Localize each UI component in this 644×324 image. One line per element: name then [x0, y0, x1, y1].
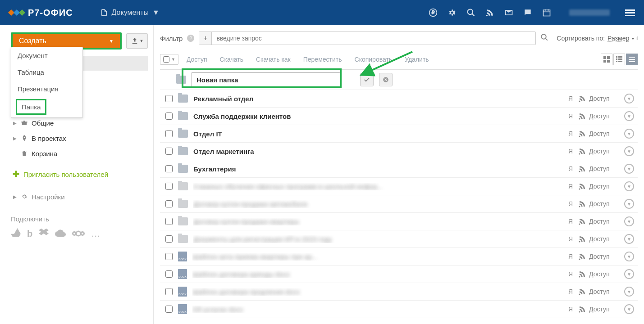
sort-direction-icon[interactable]: ▾ ıl	[632, 36, 638, 41]
row-menu-button[interactable]: ▼	[624, 146, 638, 156]
file-access-button[interactable]: Доступ	[578, 270, 619, 278]
file-name[interactable]: Шаблон акта приема квартиры при ар...	[192, 253, 549, 261]
file-name[interactable]: Рекламный отдел	[193, 95, 549, 103]
nav-documents-dropdown[interactable]: Документы ▼	[100, 9, 160, 17]
onedrive-icon[interactable]	[55, 229, 66, 239]
row-checkbox[interactable]	[165, 235, 173, 243]
gear-icon[interactable]	[448, 8, 457, 17]
row-checkbox[interactable]	[165, 288, 173, 295]
app-logo[interactable]: Р7-ОФИС	[9, 8, 73, 18]
filter-add-button[interactable]: +	[199, 32, 212, 45]
filter-input[interactable]	[212, 32, 535, 45]
view-compact-button[interactable]	[613, 54, 625, 65]
file-access-button[interactable]: Доступ	[578, 288, 619, 296]
file-name[interactable]: Шаблон договора аренды docx	[192, 270, 549, 278]
row-menu-button[interactable]: ▼	[624, 111, 638, 121]
hamburger-icon[interactable]	[625, 8, 635, 18]
row-menu-button[interactable]: ▼	[624, 164, 638, 174]
select-all-input[interactable]	[163, 56, 169, 63]
menu-item-document[interactable]: Документ	[11, 47, 82, 64]
row-menu-button[interactable]: ▼	[624, 129, 638, 139]
row-checkbox[interactable]	[165, 253, 173, 260]
cancel-button[interactable]	[379, 73, 393, 86]
row-checkbox[interactable]	[165, 183, 173, 190]
file-row[interactable]: DOCXШаблон акта приема квартиры при ар..…	[160, 248, 638, 266]
new-folder-input[interactable]	[192, 72, 340, 87]
row-checkbox[interactable]	[165, 270, 173, 278]
row-checkbox[interactable]	[165, 165, 173, 172]
view-list-button[interactable]	[626, 54, 638, 65]
file-name[interactable]: Об услугах docx	[192, 306, 549, 313]
confirm-button[interactable]	[360, 73, 374, 86]
view-tiles-button[interactable]	[601, 54, 612, 65]
file-row[interactable]: Договор купли-продажи квартирыЯДоступ▼	[160, 213, 638, 230]
toolbar-copy[interactable]: Скопировать	[350, 53, 397, 66]
box-icon[interactable]: b	[27, 229, 32, 239]
row-menu-button[interactable]: ▼	[624, 199, 638, 209]
row-checkbox[interactable]	[165, 148, 173, 155]
upload-button[interactable]: ▼	[126, 33, 148, 49]
toolbar-move[interactable]: Переместить	[299, 53, 347, 66]
file-row[interactable]: Договор купли-продажи автомобиляЯДоступ▼	[160, 195, 638, 213]
file-name[interactable]: Служба поддержки клиентов	[193, 112, 549, 120]
google-drive-icon[interactable]	[11, 228, 21, 239]
tree-in-projects[interactable]: ▶ В проектах	[11, 130, 148, 146]
file-row[interactable]: DOCXОб услугах docxЯДоступ▼	[160, 301, 638, 318]
file-access-button[interactable]: Доступ	[578, 94, 619, 103]
user-name-blurred[interactable]	[569, 9, 610, 16]
row-menu-button[interactable]: ▼	[624, 94, 638, 104]
file-name[interactable]: 3 важных обучения офисных программ в шко…	[193, 183, 549, 190]
row-menu-button[interactable]: ▼	[624, 269, 638, 279]
row-checkbox[interactable]	[165, 112, 173, 120]
mail-icon[interactable]	[504, 8, 513, 17]
search-button[interactable]	[540, 33, 548, 44]
menu-item-presentation[interactable]: Презентация	[11, 81, 82, 97]
file-name[interactable]: Отдел IT	[193, 130, 549, 138]
file-access-button[interactable]: Доступ	[578, 112, 619, 120]
row-menu-button[interactable]: ▼	[624, 181, 638, 191]
file-row[interactable]: Рекламный отделЯДоступ▼	[160, 90, 638, 108]
nextcloud-icon[interactable]	[72, 229, 85, 239]
file-name[interactable]: Отдел маркетинга	[193, 148, 549, 155]
file-row[interactable]: БухгалтерияЯДоступ▼	[160, 160, 638, 178]
calendar-icon[interactable]	[542, 8, 551, 17]
row-menu-button[interactable]: ▼	[624, 234, 638, 244]
tree-trash[interactable]: Корзина	[11, 146, 148, 161]
filter-help-icon[interactable]: ?	[187, 35, 194, 42]
file-name[interactable]: Договор купли-продажи автомобиля	[193, 200, 549, 208]
toolbar-download-as[interactable]: Скачать как	[251, 53, 295, 66]
file-access-button[interactable]: Доступ	[578, 182, 619, 190]
file-access-button[interactable]: Доступ	[578, 252, 619, 261]
search-icon[interactable]	[466, 8, 475, 17]
file-row[interactable]: DOCXШаблон договора аренды docxЯДоступ▼	[160, 266, 638, 283]
row-checkbox[interactable]	[165, 306, 173, 313]
file-row[interactable]: Отдел маркетингаЯДоступ▼	[160, 143, 638, 160]
currency-icon[interactable]: ₽	[429, 8, 438, 17]
row-menu-button[interactable]: ▼	[624, 304, 638, 314]
file-name[interactable]: Шаблон договора продления docx	[192, 288, 549, 296]
sort-control[interactable]: Сортировать по: Размер ▾ ıl	[557, 35, 638, 42]
tree-invite-users[interactable]: ✚ Пригласить пользователей	[11, 166, 148, 183]
dropbox-icon[interactable]	[39, 228, 49, 239]
feed-icon[interactable]	[485, 8, 494, 17]
file-access-button[interactable]: Доступ	[578, 147, 619, 155]
menu-item-table[interactable]: Таблица	[11, 64, 82, 81]
row-checkbox[interactable]	[165, 95, 173, 102]
menu-item-folder[interactable]: Папка	[16, 99, 46, 115]
file-row[interactable]: 3 важных обучения офисных программ в шко…	[160, 178, 638, 195]
sort-value[interactable]: Размер	[607, 35, 629, 42]
chat-icon[interactable]	[523, 8, 532, 17]
file-access-button[interactable]: Доступ	[578, 217, 619, 225]
file-row[interactable]: Отдел ITЯДоступ▼	[160, 125, 638, 143]
row-checkbox[interactable]	[165, 130, 173, 137]
file-access-button[interactable]: Доступ	[578, 165, 619, 173]
file-access-button[interactable]: Доступ	[578, 130, 619, 138]
toolbar-download[interactable]: Скачать	[215, 53, 248, 66]
row-menu-button[interactable]: ▼	[624, 216, 638, 226]
file-row[interactable]: Служба поддержки клиентовЯДоступ▼	[160, 108, 638, 125]
toolbar-access[interactable]: Доступ	[182, 53, 212, 66]
file-row[interactable]: Документы для регистрации ИП в 2023 году…	[160, 230, 638, 248]
more-icon[interactable]: …	[91, 229, 101, 239]
file-row[interactable]: DOCXШаблон договора продления docxЯДосту…	[160, 283, 638, 301]
row-menu-button[interactable]: ▼	[624, 252, 638, 261]
